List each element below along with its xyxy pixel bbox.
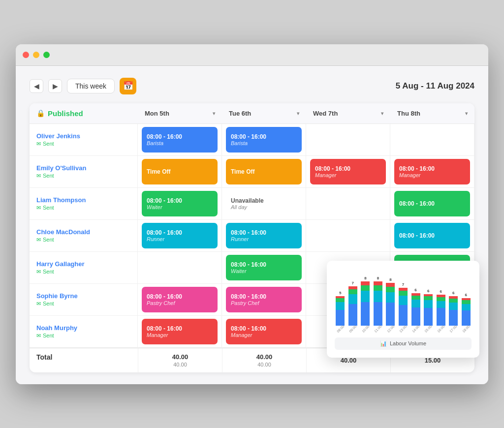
calendar-icon-button[interactable]: 📅 [120, 78, 136, 94]
shift-cell-6-1[interactable]: 08:00 - 16:00 Manager [222, 316, 306, 348]
chart-icon: 📊 [380, 340, 387, 347]
col-header-tue[interactable]: Tue 6th ▾ [222, 103, 306, 124]
shift-cell-1-2[interactable]: 08:00 - 16:00 Manager [306, 156, 390, 188]
sent-icon-6: ✉ [36, 333, 41, 339]
shift-cell-3-2[interactable] [306, 220, 390, 252]
bar-group-8: 616:00 [435, 289, 446, 330]
sent-icon-4: ✉ [36, 269, 41, 275]
total-mon: 40.00 40.00 [138, 348, 222, 372]
bar-segment-4-2 [386, 287, 395, 292]
bar-segment-2-0 [361, 302, 370, 326]
bar-group-7: 615:00 [423, 289, 434, 331]
shift-time-3-0: 08:00 - 16:00 [147, 229, 213, 236]
bar-group-1: 709:00 [347, 281, 359, 331]
employee-name-1[interactable]: Emily O'Sullivan [36, 164, 130, 172]
shift-cell-0-0[interactable]: 08:00 - 16:00 Barista [138, 124, 222, 156]
maximize-button[interactable] [43, 52, 50, 58]
wed-label: Wed 7th [313, 110, 338, 117]
bar-segment-1-2 [348, 289, 357, 294]
shift-cell-5-1[interactable]: 08:00 - 16:00 Pastry Chef [222, 284, 306, 316]
bar-group-5: 713:00 [398, 282, 409, 331]
shift-cell-0-2[interactable] [306, 124, 390, 156]
shift-block-0-0: 08:00 - 16:00 Barista [142, 127, 218, 153]
bar-segment-5-0 [399, 305, 408, 326]
shift-block-3-1: 08:00 - 16:00 Runner [226, 223, 302, 248]
bar-segment-3-3 [374, 281, 382, 285]
prev-week-button[interactable]: ◀ [30, 79, 43, 93]
shift-role-5-1: Pastry Chef [231, 300, 297, 306]
sent-badge-0: ✉ Sent [36, 141, 130, 147]
col-header-wed[interactable]: Wed 7th ▾ [306, 103, 390, 124]
bar-total-4: 8 [389, 277, 391, 282]
shift-role-2-0: Waiter [147, 204, 213, 210]
bar-xlabel-9: 17:00 [449, 324, 458, 333]
bar-segment-4-0 [386, 303, 395, 325]
shift-cell-2-0[interactable]: 08:00 - 16:00 Waiter [138, 188, 222, 220]
published-header: 🔒 Published [30, 103, 138, 124]
next-week-button[interactable]: ▶ [48, 79, 62, 93]
shift-cell-3-3[interactable]: 08:00 - 16:00 [390, 220, 474, 252]
bar-segment-7-2 [424, 296, 433, 300]
shift-cell-2-3[interactable]: 08:00 - 16:00 [390, 188, 474, 220]
lock-icon: 🔒 [36, 109, 45, 117]
bar-segment-3-0 [374, 302, 382, 326]
shift-cell-5-0[interactable]: 08:00 - 16:00 Pastry Chef [138, 284, 222, 316]
shift-time-4-1: 08:00 - 16:00 [231, 261, 297, 268]
employee-name-6[interactable]: Noah Murphy [36, 324, 130, 332]
labour-volume-popup: 508:00709:00810:00811:00812:00713:00614:… [327, 261, 479, 358]
shift-block-0-1: 08:00 - 16:00 Barista [226, 127, 302, 153]
shift-block-5-1: 08:00 - 16:00 Pastry Chef [226, 287, 302, 312]
bar-total-8: 6 [440, 289, 441, 294]
minimize-button[interactable] [33, 52, 39, 58]
shift-cell-1-3[interactable]: 08:00 - 16:00 Manager [390, 156, 474, 188]
bar-segment-5-2 [399, 291, 408, 296]
shift-cell-1-0[interactable]: Time Off [138, 156, 222, 188]
shift-cell-2-2[interactable] [306, 188, 390, 220]
employee-name-3[interactable]: Chloe MacDonald [36, 228, 130, 236]
bar-segment-3-2 [374, 285, 382, 291]
col-header-thu[interactable]: Thu 8th ▾ [390, 103, 474, 124]
employee-name-5[interactable]: Sophie Byrne [36, 292, 130, 300]
shift-cell-4-1[interactable]: 08:00 - 16:00 Waiter [222, 252, 306, 284]
shift-cell-3-0[interactable]: 08:00 - 16:00 Runner [138, 220, 222, 252]
shift-cell-1-1[interactable]: Time Off [222, 156, 306, 188]
shift-cell-3-1[interactable]: 08:00 - 16:00 Runner [222, 220, 306, 252]
timeoff-block-1-0: Time Off [142, 159, 218, 184]
bar-segment-0-0 [336, 310, 345, 326]
shift-time-3-1: 08:00 - 16:00 [231, 229, 297, 236]
shift-cell-4-0[interactable] [138, 252, 222, 284]
employee-name-4[interactable]: Harry Gallagher [36, 260, 130, 268]
shift-cell-2-1[interactable]: Unavailable All day [222, 188, 306, 220]
this-week-button[interactable]: This week [67, 79, 115, 93]
shift-cell-0-3[interactable] [390, 124, 474, 156]
sent-icon-0: ✉ [36, 141, 41, 147]
bar-segments-10 [460, 298, 472, 325]
bar-segment-2-3 [361, 281, 370, 285]
employee-name-cell-3: Chloe MacDonald ✉ Sent [30, 220, 138, 252]
bar-segments-9 [448, 296, 459, 325]
sent-badge-5: ✉ Sent [36, 301, 130, 307]
shift-cell-6-0[interactable]: 08:00 - 16:00 Manager [138, 316, 222, 348]
unavailable-sub-2-1: All day [231, 204, 297, 210]
employee-name-0[interactable]: Oliver Jenkins [36, 132, 130, 140]
shift-cell-0-1[interactable]: 08:00 - 16:00 Barista [222, 124, 306, 156]
bar-segment-9-0 [449, 310, 458, 326]
bar-segments-8 [435, 295, 446, 325]
col-header-mon[interactable]: Mon 5th ▾ [138, 103, 222, 124]
shift-role-0-1: Barista [231, 140, 297, 146]
bar-xlabel-0: 08:00 [336, 324, 345, 333]
bar-segment-2-1 [361, 291, 370, 302]
employee-name-2[interactable]: Liam Thompson [36, 196, 130, 204]
employee-name-cell-4: Harry Gallagher ✉ Sent [30, 252, 138, 284]
bar-segment-10-2 [462, 300, 471, 304]
employee-name-cell-1: Emily O'Sullivan ✉ Sent [30, 156, 138, 188]
timeoff-block-1-1: Time Off [226, 159, 302, 184]
close-button[interactable] [23, 52, 29, 58]
total-tue-sub: 40.00 [257, 362, 271, 367]
labour-chart: 508:00709:00810:00811:00812:00713:00614:… [335, 269, 472, 333]
bar-segment-2-2 [361, 285, 370, 291]
total-tue-val: 40.00 [256, 353, 273, 361]
bar-segments-3 [373, 281, 384, 326]
shift-role-3-1: Runner [231, 236, 297, 242]
bar-xlabel-10: 18:00 [462, 324, 470, 333]
